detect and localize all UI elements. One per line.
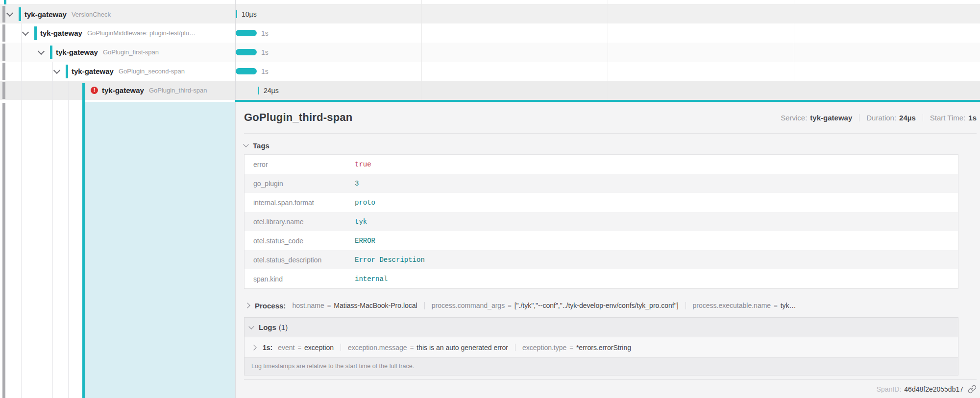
tag-key: otel.library.name (253, 218, 303, 226)
tag-row: go_plugin 3 (245, 174, 958, 193)
span-detail-header: GoPlugin_third-span Service: tyk-gateway… (244, 102, 977, 134)
equals-sign: = (297, 344, 301, 351)
log-field-divider (515, 344, 515, 351)
chevron-right-icon[interactable] (251, 345, 256, 350)
process-value: ["./tyk","--conf","../tyk-develop-env/co… (514, 302, 679, 309)
equals-sign: = (410, 344, 414, 351)
span-detail-footer: SpanID: 46d48f2e2055db17 (244, 379, 977, 398)
equals-sign: = (327, 302, 331, 309)
tag-value: Error Description (355, 256, 425, 264)
tag-key: internal.span.format (253, 199, 314, 207)
log-timestamp: 1s: (263, 344, 272, 351)
span-row-second-span[interactable]: tyk-gateway GoPlugin_second-span 1s (0, 62, 980, 81)
link-icon[interactable] (968, 385, 977, 394)
service-name: tyk-gateway (102, 86, 144, 94)
chevron-right-icon[interactable] (245, 303, 250, 308)
service-color-bar (50, 46, 52, 59)
process-value: Matiass-MacBook-Pro.local (334, 302, 417, 309)
operation-name: GoPlugin_second-span (119, 68, 185, 75)
span-duration-tick[interactable] (258, 87, 259, 94)
span-duration-label: 10µs (242, 10, 257, 18)
span-detail-panel: GoPlugin_third-span Service: tyk-gateway… (235, 102, 980, 398)
tag-row: otel.library.name tyk (245, 212, 958, 231)
chevron-down-icon[interactable] (53, 67, 60, 73)
span-row-gopluginmiddleware[interactable]: tyk-gateway GoPluginMiddleware: plugin-t… (0, 23, 980, 43)
equals-sign: = (508, 302, 512, 309)
tag-row: error true (245, 155, 958, 174)
meta-divider (859, 114, 859, 121)
span-duration-bar[interactable] (236, 49, 257, 55)
service-name: tyk-gateway (56, 48, 98, 56)
tag-key: error (253, 161, 268, 168)
service-value: tyk-gateway (810, 114, 852, 122)
process-key: process.command_args (432, 302, 505, 309)
trace-timeline-view: tyk-gateway VersionCheck 10µs tyk-gatewa… (0, 0, 980, 398)
span-duration-label: 1s (261, 68, 269, 75)
tree-offset-chip (2, 44, 5, 61)
tags-section-header[interactable]: Tags (244, 138, 270, 153)
tag-row: otel.status_description Error Descriptio… (245, 250, 958, 269)
service-color-bar (66, 65, 68, 78)
logs-section-header[interactable]: Logs (1) (245, 318, 958, 337)
indent-guide (21, 23, 22, 398)
spanid-value: 46d48f2e2055db17 (904, 385, 963, 393)
chevron-down-icon[interactable] (243, 141, 248, 147)
span-row-partial[interactable] (0, 0, 980, 5)
service-name: tyk-gateway (40, 29, 82, 37)
chevron-down-icon[interactable] (6, 10, 13, 17)
duration-label: Duration: (866, 114, 896, 122)
logs-section-label: Logs (259, 323, 276, 331)
process-divider (424, 302, 425, 309)
tag-key: otel.status_description (253, 256, 321, 264)
tag-value: internal (355, 275, 388, 283)
log-field-key: event (278, 344, 294, 351)
tag-row: internal.span.format proto (245, 193, 958, 212)
logs-count: (1) (279, 323, 288, 331)
log-field-value: exception (304, 344, 334, 351)
start-time-label: Start Time: (930, 114, 966, 122)
service-color-bar (34, 26, 37, 40)
process-key: host.name (292, 302, 324, 309)
equals-sign: = (774, 302, 778, 309)
log-field-value: this is an auto generated error (416, 344, 508, 351)
service-name: tyk-gateway (24, 10, 67, 19)
log-entry-row[interactable]: 1s: event = exception exception.message … (245, 337, 958, 358)
log-field-value: *errors.errorString (576, 344, 631, 351)
span-bar (4, 0, 6, 4)
tag-value: proto (355, 199, 375, 207)
process-key: process.executable.name (693, 302, 771, 309)
process-label: Process: (255, 302, 286, 310)
log-field-key: exception.type (522, 344, 566, 351)
chevron-down-icon[interactable] (248, 324, 254, 329)
span-duration-tick[interactable] (236, 10, 237, 18)
chevron-down-icon[interactable] (38, 47, 45, 54)
process-divider (686, 302, 686, 309)
indent-guide (37, 43, 37, 398)
duration-value: 24µs (899, 114, 916, 122)
tag-row: span.kind internal (245, 269, 958, 288)
chevron-down-icon[interactable] (22, 28, 29, 35)
span-duration-bar[interactable] (236, 68, 257, 74)
tag-row: otel.status_code ERROR (245, 231, 958, 250)
indent-guide (52, 62, 53, 398)
tag-key: otel.status_code (253, 237, 303, 245)
span-duration-bar[interactable] (236, 30, 257, 36)
span-row-versioncheck[interactable]: tyk-gateway VersionCheck 10µs (0, 5, 980, 23)
tag-value: tyk (355, 218, 367, 226)
span-meta: Service: tyk-gateway Duration: 24µs Star… (781, 114, 977, 122)
selected-span-highlight (85, 102, 235, 398)
operation-name: VersionCheck (72, 11, 111, 18)
span-row-third-span-selected[interactable]: tyk-gateway GoPlugin_third-span 24µs (0, 81, 980, 100)
process-section-header[interactable]: Process: host.name = Matiass-MacBook-Pro… (244, 297, 977, 314)
span-duration-label: 1s (261, 29, 269, 37)
operation-name: GoPlugin_first-span (103, 48, 159, 56)
tags-table: error true go_plugin 3 internal.span.for… (244, 154, 958, 289)
service-color-bar (19, 7, 21, 21)
log-field-divider (341, 344, 341, 351)
operation-name: GoPlugin_third-span (149, 87, 207, 94)
span-row-first-span[interactable]: tyk-gateway GoPlugin_first-span 1s (0, 43, 980, 62)
tags-section-label: Tags (253, 141, 270, 150)
logs-footnote: Log timestamps are relative to the start… (245, 358, 958, 375)
start-time-value: 1s (968, 114, 977, 122)
spanid-label: SpanID: (877, 385, 902, 393)
